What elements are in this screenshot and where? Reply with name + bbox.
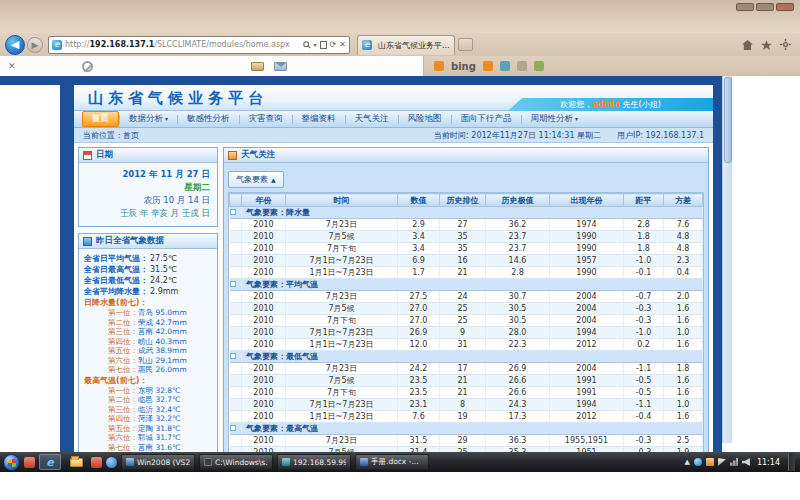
table-group-header[interactable]: 气象要素：降水量 bbox=[230, 207, 703, 219]
column-header-1[interactable]: 时间 bbox=[286, 194, 398, 207]
table-group-header[interactable]: 气象要素：最高气温 bbox=[230, 423, 703, 435]
table-row[interactable]: 20107月1日~7月23日26.9928.01994-1.01.0 bbox=[230, 327, 703, 339]
bing-label[interactable]: bing bbox=[451, 61, 476, 72]
rank-value: 临沂 32.4℃ bbox=[138, 405, 181, 414]
table-row[interactable]: 20107月下旬27.02530.52004-0.31.6 bbox=[230, 315, 703, 327]
mail-icon[interactable] bbox=[274, 62, 287, 71]
volume-icon[interactable] bbox=[742, 458, 750, 466]
table-row[interactable]: 20107月23日24.21726.92004-1.11.8 bbox=[230, 363, 703, 375]
refresh-icon[interactable]: ⟳ bbox=[330, 40, 337, 49]
browser-app-icon[interactable] bbox=[106, 457, 117, 468]
toolbar-app-icon-4[interactable] bbox=[534, 61, 544, 71]
nav-item-8[interactable]: 周期性分析▾ bbox=[522, 112, 588, 126]
show-desktop-button[interactable] bbox=[788, 453, 795, 471]
table-row[interactable]: 20101月1日~7月23日1.7212.81990-0.10.4 bbox=[230, 267, 703, 279]
column-header-6[interactable]: 距平 bbox=[624, 194, 664, 207]
bottom-margin bbox=[0, 472, 800, 500]
nav-item-3[interactable]: 灾害查询 bbox=[240, 112, 292, 126]
table-row[interactable]: 20107月5候27.02530.52004-0.31.6 bbox=[230, 303, 703, 315]
table-row[interactable]: 20107月下旬3.43523.719901.84.8 bbox=[230, 243, 703, 255]
checkbox-icon[interactable] bbox=[230, 353, 236, 359]
table-row[interactable]: 20107月23日2.92736.219742.87.6 bbox=[230, 219, 703, 231]
nav-item-4[interactable]: 整编资料 bbox=[293, 112, 345, 126]
cell: 6.9 bbox=[398, 255, 440, 267]
back-button[interactable]: ◀ bbox=[5, 35, 25, 55]
cell: 1990 bbox=[550, 231, 624, 243]
nav-item-5[interactable]: 天气关注 bbox=[346, 112, 398, 126]
table-row[interactable]: 20107月1日~7月23日23.1824.31994-1.11.0 bbox=[230, 399, 703, 411]
checkbox-icon[interactable] bbox=[230, 209, 236, 215]
hidden-icons-arrow[interactable]: ▲ bbox=[685, 458, 690, 466]
action-center-flag-icon[interactable] bbox=[718, 458, 726, 466]
table-group-header[interactable]: 气象要素：平均气温 bbox=[230, 279, 703, 291]
nav-item-2[interactable]: 敏感性分析 bbox=[178, 112, 239, 126]
browser-tab[interactable]: e 山东省气候业务平... ✕ bbox=[357, 35, 455, 55]
nav-item-7[interactable]: 面向下行产品 bbox=[452, 112, 521, 126]
blocker-icon[interactable] bbox=[82, 61, 93, 72]
minimize-button[interactable] bbox=[736, 3, 754, 11]
pinned-app-icon[interactable] bbox=[24, 457, 35, 468]
cell: 36.3 bbox=[486, 435, 550, 447]
address-bar[interactable]: e http://192.168.137.1/SLCCLIMATE/module… bbox=[48, 36, 350, 54]
taskbar-clock[interactable]: 11:14 bbox=[757, 458, 780, 467]
close-toolbar-icon[interactable]: ✕ bbox=[8, 61, 16, 71]
url-host: 192.168.137.1 bbox=[90, 40, 155, 49]
explorer-taskbar-button[interactable] bbox=[65, 454, 87, 470]
start-button[interactable] bbox=[3, 454, 20, 471]
toolbar-app-icon-3[interactable] bbox=[517, 61, 527, 71]
network-icon[interactable] bbox=[730, 458, 738, 466]
ie-taskbar-button[interactable]: e bbox=[39, 454, 61, 470]
table-row[interactable]: 20107月23日31.52936.31955,1951-0.32.5 bbox=[230, 435, 703, 447]
checkbox-icon[interactable] bbox=[230, 425, 236, 431]
forward-button[interactable]: ▶ bbox=[27, 37, 43, 53]
column-header-7[interactable]: 方差 bbox=[664, 194, 703, 207]
table-row[interactable]: 20107月1日~7月23日6.91614.61957-1.02.3 bbox=[230, 255, 703, 267]
tools-gear-icon[interactable] bbox=[780, 39, 791, 50]
column-header-0[interactable]: 年份 bbox=[242, 194, 286, 207]
nav-item-0[interactable]: 首页 bbox=[82, 111, 119, 127]
column-header-4[interactable]: 历史极值 bbox=[486, 194, 550, 207]
wallet-icon[interactable] bbox=[251, 62, 264, 71]
column-header-2[interactable]: 数值 bbox=[398, 194, 440, 207]
search-dropdown-icon[interactable]: ▾ bbox=[314, 41, 317, 48]
messenger-tray-icon[interactable] bbox=[694, 458, 702, 466]
new-tab-button[interactable] bbox=[458, 38, 473, 51]
weather-watch-icon bbox=[228, 151, 237, 160]
cell: 1990 bbox=[550, 243, 624, 255]
row-checkbox-cell bbox=[230, 339, 242, 351]
taskbar-window-button-2[interactable]: 192.168.59.99... bbox=[277, 454, 351, 470]
compatibility-view-icon[interactable] bbox=[320, 41, 327, 49]
favorites-star-icon[interactable] bbox=[761, 40, 772, 50]
table-row[interactable]: 20101月1日~7月23日7.61917.32012-0.41.6 bbox=[230, 411, 703, 423]
nav-item-1[interactable]: 数据分析▾ bbox=[120, 112, 177, 126]
tab-favicon: e bbox=[362, 40, 372, 50]
table-row[interactable]: 20107月23日27.52430.72004-0.72.0 bbox=[230, 291, 703, 303]
column-header-3[interactable]: 历史排位 bbox=[440, 194, 486, 207]
site-header: 山东省气候业务平台 欢迎您，admin 先生(小姐) bbox=[74, 85, 713, 111]
table-group-header[interactable]: 气象要素：最低气温 bbox=[230, 351, 703, 363]
page-scrollbar[interactable] bbox=[722, 76, 732, 443]
toolbar-app-icon-2[interactable] bbox=[500, 61, 510, 71]
taskbar-window-button-0[interactable]: Win2008 (VS2... bbox=[121, 454, 195, 470]
security-tray-icon[interactable] bbox=[706, 458, 714, 466]
close-button[interactable] bbox=[776, 3, 794, 11]
taskbar-window-button-1[interactable]: C:\Windows\s... bbox=[199, 454, 273, 470]
table-row[interactable]: 20107月5候3.43523.719901.84.8 bbox=[230, 231, 703, 243]
taskbar-window-button-3[interactable]: 手册.docx -... bbox=[355, 454, 429, 470]
table-row[interactable]: 20107月5候23.52126.61991-0.51.6 bbox=[230, 375, 703, 387]
column-header-5[interactable]: 出现年份 bbox=[550, 194, 624, 207]
scrollbar-thumb[interactable] bbox=[724, 77, 732, 163]
checkbox-icon[interactable] bbox=[230, 281, 236, 287]
cell: -1.0 bbox=[624, 255, 664, 267]
nav-item-6[interactable]: 风险地图 bbox=[399, 112, 451, 126]
search-icon[interactable] bbox=[303, 41, 311, 49]
media-app-icon[interactable] bbox=[91, 457, 102, 468]
table-row[interactable]: 20107月下旬23.52126.61991-0.51.6 bbox=[230, 387, 703, 399]
table-row[interactable]: 20101月1日~7月23日12.03122.320120.21.6 bbox=[230, 339, 703, 351]
home-icon[interactable] bbox=[742, 40, 753, 50]
stop-icon[interactable]: ✕ bbox=[339, 40, 346, 49]
element-filter-button[interactable]: 气象要素 ▲ bbox=[228, 171, 284, 188]
tab-close-icon[interactable]: ✕ bbox=[453, 41, 455, 50]
toolbar-app-icon-1[interactable] bbox=[483, 61, 493, 71]
maximize-button[interactable] bbox=[756, 3, 774, 11]
